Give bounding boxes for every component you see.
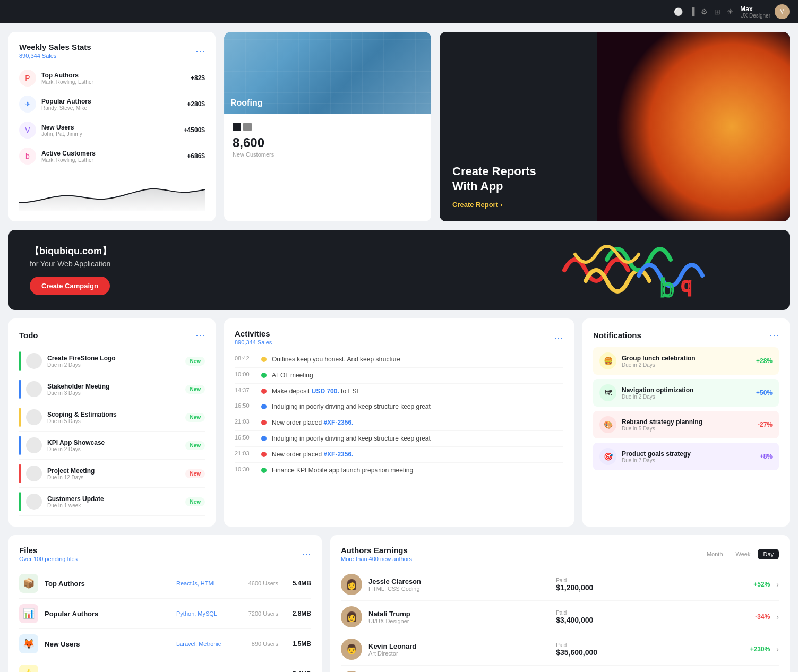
file-size-1: 2.8MB	[285, 610, 311, 617]
customers-count: 8,600	[233, 135, 423, 150]
squiggle-decoration: b q	[554, 230, 713, 310]
create-reports-card: Create ReportsWith App Create Report ›	[440, 32, 790, 221]
period-day[interactable]: Day	[758, 549, 779, 559]
earnings-label-0: Paid	[556, 578, 737, 583]
stat-icon-3: b	[19, 148, 36, 165]
todo-name-3: KPI App Showcase	[47, 439, 180, 446]
notif-name-0: Group lunch celebration	[622, 355, 751, 362]
banner-subtitle: for Your Web Application	[30, 260, 111, 268]
author-item-3: 👨 Brad Simmons Successful Fellas Paid $2…	[341, 666, 779, 672]
files-list: 📦 Top Authors ReactJs, HTML 4600 Users 5…	[19, 568, 311, 672]
activity-time-7: 10:30	[235, 466, 256, 472]
weekly-sales-card: Weekly Sales Stats 890,344 Sales ⋯ P Top…	[8, 32, 216, 221]
author-arrow-1[interactable]: ›	[776, 613, 779, 621]
brightness-icon[interactable]: ☀	[727, 7, 734, 16]
battery-icon: ▐	[689, 7, 694, 16]
author-avatar-0: 👩	[341, 574, 362, 595]
activity-dot-4	[261, 420, 267, 425]
notif-pct-1: +50%	[756, 389, 773, 397]
notif-due-3: Due in 7 Days	[622, 458, 754, 463]
notifications-menu[interactable]: ⋯	[769, 329, 779, 341]
author-item-1: 👩 Natali Trump UI/UX Designer Paid $3,40…	[341, 601, 779, 633]
sq-1	[233, 123, 241, 131]
todo-bar-4	[19, 464, 21, 483]
activity-item-7: 10:30 Finance KPI Mobile app launch prep…	[235, 463, 563, 479]
file-name-3: Active Customers	[45, 670, 170, 673]
stat-row-1: ✈ Popular Authors Randy, Steve, Mike +28…	[19, 91, 205, 117]
user-info: Max UX Designer M	[740, 4, 790, 19]
topbar: ⚪ ▐ ⚙ ⊞ ☀ Max UX Designer M	[0, 0, 798, 23]
files-menu[interactable]: ⋯	[302, 548, 311, 560]
file-icon-2: 🦊	[19, 634, 38, 653]
todo-due-3: Due in 2 Days	[47, 446, 180, 452]
file-size-2: 1.5MB	[285, 640, 311, 648]
banner-decoration: b q	[477, 230, 790, 310]
activity-dot-3	[261, 404, 267, 409]
file-item-0: 📦 Top Authors ReactJs, HTML 4600 Users 5…	[19, 568, 311, 599]
author-name-2: Kevin Leonard	[368, 642, 550, 650]
author-arrow-0[interactable]: ›	[776, 580, 779, 589]
todo-avatar-1	[26, 381, 42, 397]
weekly-title: Weekly Sales Stats	[19, 42, 91, 51]
authors-subtitle: More than 400 new authors	[341, 556, 412, 562]
activity-dot-5	[261, 436, 267, 441]
activity-link-4[interactable]: #XF-2356.	[323, 419, 353, 426]
todo-name-1: Stakeholder Meeting	[47, 383, 180, 390]
todo-name-2: Scoping & Estimations	[47, 411, 180, 418]
activities-title: Activities	[235, 329, 272, 338]
todo-avatar-2	[26, 409, 42, 425]
activity-item-5: 16:50 Indulging in poorly driving and ke…	[235, 431, 563, 447]
grid-icon[interactable]: ⊞	[714, 7, 720, 16]
customers-label: New Customers	[233, 151, 423, 158]
notif-name-2: Rebrand strategy planning	[622, 418, 752, 426]
weekly-subtitle: 890,344 Sales	[19, 53, 91, 59]
settings-icon[interactable]: ⚙	[701, 7, 708, 16]
weekly-menu[interactable]: ⋯	[195, 45, 205, 57]
create-report-link[interactable]: Create Report ›	[452, 201, 777, 209]
activities-menu[interactable]: ⋯	[554, 332, 563, 343]
period-buttons: Month Week Day	[701, 549, 779, 559]
create-campaign-button[interactable]: Create Campaign	[30, 277, 110, 295]
file-tech-0: ReactJs, HTML	[176, 580, 229, 587]
stat-name-2: New Users	[41, 124, 178, 131]
search-icon[interactable]: ⚪	[674, 7, 683, 16]
activity-link-2[interactable]: USD 700.	[312, 387, 339, 395]
stat-sub-3: Mark, Rowling, Esther	[41, 157, 182, 163]
activity-dot-1	[261, 373, 267, 378]
todo-menu[interactable]: ⋯	[195, 329, 205, 341]
todo-due-0: Due in 2 Days	[47, 362, 180, 368]
files-subtitle: Over 100 pending files	[19, 556, 78, 562]
period-month[interactable]: Month	[701, 549, 728, 559]
banner-card: 【biqubiqu.com】 for Your Web Application …	[8, 230, 790, 310]
todo-due-2: Due in 5 Days	[47, 418, 180, 424]
mid-row: Todo ⋯ Create FireStone Logo Due in 2 Da…	[8, 318, 790, 527]
banner-content: 【biqubiqu.com】 for Your Web Application …	[30, 245, 111, 295]
todo-item-0: Create FireStone Logo Due in 2 Days New	[19, 347, 205, 375]
notifications-card: Notifications ⋯ 🍔 Group lunch celebratio…	[582, 318, 790, 527]
file-size-0: 5.4MB	[285, 580, 311, 587]
activity-text-0: Outlines keep you honest. And keep struc…	[272, 355, 400, 364]
earnings-val-1: $3,400,000	[556, 616, 737, 624]
author-item-0: 👩 Jessie Clarcson HTML, CSS Coding Paid …	[341, 568, 779, 601]
files-title: Files	[19, 546, 78, 555]
file-icon-3: ⭐	[19, 665, 38, 672]
notif-due-0: Due in 2 Days	[622, 362, 751, 368]
activity-link-6[interactable]: #XF-2356.	[323, 451, 353, 458]
todo-badge-3: New	[185, 441, 205, 450]
earnings-val-2: $35,600,000	[556, 648, 737, 657]
activity-time-0: 08:42	[235, 355, 256, 361]
author-arrow-2[interactable]: ›	[776, 645, 779, 653]
activities-card: Activities 890,344 Sales ⋯ 08:42 Outline…	[224, 318, 574, 527]
sq-2	[243, 123, 252, 131]
svg-text:b: b	[660, 274, 674, 302]
author-avatar-2: 👨	[341, 639, 362, 660]
earnings-pct-0: +52%	[743, 581, 770, 588]
todo-due-1: Due in 3 Days	[47, 390, 180, 396]
stat-sub-0: Mark, Rowling, Esther	[41, 79, 185, 85]
earnings-pct-2: +230%	[743, 645, 770, 653]
file-name-0: Top Authors	[45, 580, 170, 588]
period-week[interactable]: Week	[731, 549, 756, 559]
todo-item-5: Customers Update Due in 1 week New	[19, 488, 205, 516]
stat-name-3: Active Customers	[41, 150, 182, 157]
notifications-title: Notifications	[593, 331, 641, 340]
